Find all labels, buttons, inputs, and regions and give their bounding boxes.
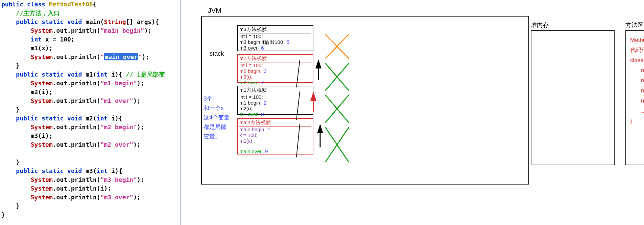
method-line: MethodTest08.class <box>630 35 644 45</box>
frame-m3: m3方法栈帧 int i = 100; m3 begin 4输出100 5 m3… <box>237 25 313 51</box>
note-line: 都是局部 <box>204 122 237 132</box>
method-line: m2{} <box>630 86 644 96</box>
code-line: public static void m1(int i){ // i是局部变 <box>1 70 179 79</box>
root: public class public class MethodTest08{M… <box>0 0 644 225</box>
code-line: System.out.println("m1 over"); <box>1 96 179 105</box>
frame-line: m3 over 6 <box>239 45 311 51</box>
frame-line: int i = 100; <box>239 94 311 100</box>
frame-m1: m1方法栈帧 int i = 100; m1 begin 2 m2(i); m1… <box>237 86 313 115</box>
note-line: 3个i <box>204 94 237 104</box>
note-line: 这4个变量 <box>204 113 237 122</box>
code-line: } <box>1 105 179 114</box>
frame-line: m2 over 7 <box>239 80 311 85</box>
frame-title: m1方法栈帧 <box>239 87 311 94</box>
code-line: System.out.println("main over"); <box>1 53 179 61</box>
code-line: System.out.println("m1 begin"); <box>1 79 179 88</box>
method-area-box: MethodTest08.class 代码信息 class MethodTest… <box>625 30 644 165</box>
frame-line: x = 100; <box>239 132 311 138</box>
method-line: ..... <box>630 106 644 116</box>
svg-line-2 <box>325 63 349 91</box>
frame-main: main方法栈帧 main begin 1 x = 100; m1(x); ma… <box>237 118 313 154</box>
diagram-pane: JVM stack 3个i 和一个x 这4个变量 都是局部 变量。 m3方法栈帧… <box>181 0 644 225</box>
svg-line-3 <box>325 63 349 91</box>
method-line: class MethodTest08{ <box>630 55 644 65</box>
svg-line-4 <box>325 95 349 123</box>
frame-line: m1 over 8 <box>239 111 311 117</box>
frame-line: m3(i); <box>239 74 311 80</box>
code-line: System.out.println("main begin"); <box>1 26 179 35</box>
code-comment: //主方法，入口 <box>1 9 179 18</box>
heap-label: 堆内存 <box>531 21 549 29</box>
svg-line-1 <box>325 34 349 59</box>
code-line: System.out.println("m3 begin"); <box>1 175 179 184</box>
code-line: System.out.println(i); <box>1 184 179 193</box>
code-line <box>1 149 179 158</box>
code-line: public class public class MethodTest08{M… <box>1 0 179 9</box>
frame-line: main begin 1 <box>239 126 311 132</box>
frame-line: m2(i); <box>239 106 311 111</box>
variable-notes: 3个i 和一个x 这4个变量 都是局部 变量。 <box>204 94 237 141</box>
jvm-label: JVM <box>208 7 637 15</box>
code-line: m1(x); <box>1 44 179 53</box>
code-line: m2(i); <box>1 88 179 96</box>
note-line: 变量。 <box>204 132 237 141</box>
code-line: System.out.println("m3 over"); <box>1 193 179 202</box>
code-line: public static void main(String[] args){ <box>1 18 179 26</box>
frame-line: m3 begin 4输出100 5 <box>239 39 311 45</box>
code-line: } <box>1 210 179 219</box>
frame-title: main方法栈帧 <box>239 119 311 126</box>
code-line: } <box>1 202 179 210</box>
method-line: main{} <box>630 65 644 76</box>
jvm-box: stack 3个i 和一个x 这4个变量 都是局部 变量。 m3方法栈帧 int… <box>201 16 529 185</box>
note-line: 和一个x <box>204 104 237 113</box>
svg-line-6 <box>325 127 349 162</box>
code-line: } <box>1 61 179 70</box>
stack-frames: m3方法栈帧 int i = 100; m3 begin 4输出100 5 m3… <box>237 25 313 154</box>
code-line: public static void m2(int i){ <box>1 114 179 123</box>
code-line: System.out.println("m2 begin"); <box>1 123 179 132</box>
method-line: m3{} <box>630 96 644 106</box>
svg-line-5 <box>325 95 349 123</box>
svg-line-7 <box>325 127 349 162</box>
heap-box <box>531 30 615 165</box>
method-area-label: 方法区 <box>625 21 644 29</box>
frame-title: m2方法栈帧 <box>239 55 311 62</box>
stack-label: stack <box>210 50 224 57</box>
frame-title: m3方法栈帧 <box>239 26 311 33</box>
code-line: System.out.println("m2 over"); <box>1 140 179 149</box>
frame-line: m2 begin 3 <box>239 68 311 74</box>
frame-line: int i = 100; <box>239 62 311 68</box>
method-line: m1{} <box>630 76 644 86</box>
code-line: } <box>1 158 179 167</box>
method-line: } <box>630 116 644 126</box>
frame-line: m1(x); <box>239 138 311 144</box>
frame-line: int i = 100; <box>239 33 311 39</box>
frame-line: m1 begin 2 <box>239 100 311 106</box>
svg-line-0 <box>325 34 349 59</box>
method-line: 代码信息 <box>630 45 644 55</box>
code-pane: public class public class MethodTest08{M… <box>0 0 181 225</box>
frame-line: main over 9 <box>239 148 311 154</box>
code-line: int x = 100; <box>1 35 179 44</box>
frame-m2: m2方法栈帧 int i = 100; m2 begin 3 m3(i); m2… <box>237 54 313 83</box>
code-line: m3(i); <box>1 132 179 140</box>
code-line: public static void m3(int i){ <box>1 167 179 175</box>
